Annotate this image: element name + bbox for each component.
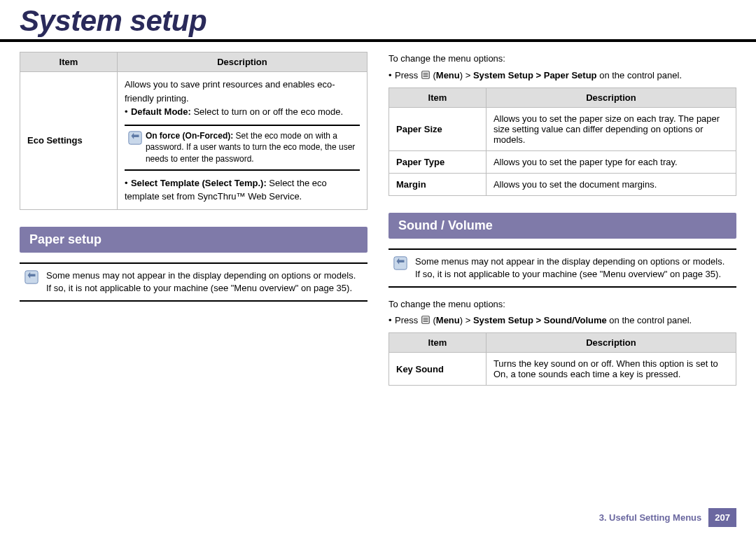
eco-bullet-1: • Default Mode: Select to turn on or off… [125,105,360,119]
table-row: Paper Size Allows you to set the paper s… [389,107,736,150]
title-underline [0,39,756,42]
sound-table: Item Description Key Sound Turns the key… [388,332,736,386]
svg-rect-9 [423,320,428,321]
eco-bullet-2: • Select Template (Select Temp.): Select… [125,176,360,204]
table-header-desc: Description [486,87,736,107]
svg-rect-3 [423,73,428,73]
table-row: Paper Type Allows you to set the paper t… [389,150,736,173]
paper-type-item: Paper Type [389,150,486,173]
footer: 3. Useful Setting Menus 207 [599,508,736,527]
sound-path-end: on the control panel. [607,315,692,325]
eco-inner-note: On force (On-Forced): Set the eco mode o… [125,125,360,171]
eco-bullet1-label: Default Mode: [131,106,191,117]
page-number: 207 [708,508,736,527]
eco-note-label: On force (On-Forced): [146,131,233,141]
table-header-item: Item [389,333,486,353]
paper-type-desc: Allows you to set the paper type for eac… [486,150,736,173]
eco-desc-cell: Allows you to save print resources and e… [117,72,367,210]
paper-path-line: • Press (Menu) > System Setup > Paper Se… [388,70,736,80]
key-sound-item: Key Sound [389,353,486,386]
table-row: Margin Allows you to set the document ma… [389,173,736,195]
section-sound-volume: Sound / Volume [388,213,736,239]
svg-rect-10 [423,321,428,322]
paper-path-menu: Menu [436,70,460,80]
sound-intro: To change the menu options: [388,297,736,311]
table-header-item: Item [20,52,118,72]
margin-item: Margin [389,173,486,195]
sound-note-text: Some menus may not appear in the display… [415,255,732,281]
note-icon [393,255,408,271]
table-row: Key Sound Turns the key sound on or off.… [389,353,736,386]
right-column: To change the menu options: • Press (Men… [388,52,736,386]
paper-path-end: on the control panel. [597,70,682,80]
sound-note-box: Some menus may not appear in the display… [388,248,736,288]
left-column: Item Description Eco Settings Allows you… [20,52,368,386]
section-paper-setup: Paper setup [20,227,368,253]
svg-rect-5 [423,76,428,76]
paper-setup-table: Item Description Paper Size Allows you t… [388,87,736,196]
eco-item-cell: Eco Settings [20,72,118,210]
table-header-desc: Description [117,52,367,72]
page-title: System setup [20,0,736,38]
eco-settings-table: Item Description Eco Settings Allows you… [20,52,368,210]
paper-path-prefix: Press [395,70,421,80]
sound-path-prefix: Press [395,315,421,325]
svg-rect-6 [394,256,407,269]
note-icon [127,130,140,143]
paper-size-item: Paper Size [389,107,486,150]
svg-rect-1 [25,271,38,283]
paper-intro: To change the menu options: [388,52,736,66]
svg-rect-4 [423,74,428,75]
key-sound-desc: Turns the key sound on or off. When this… [486,353,736,386]
paper-note-text: Some menus may not appear in the display… [46,269,363,295]
menu-icon [421,70,430,80]
paper-note-box: Some menus may not appear in the display… [20,262,368,302]
menu-icon [421,315,430,325]
sound-path-line: • Press (Menu) > System Setup > Sound/Vo… [388,315,736,325]
paper-size-desc: Allows you to set the paper size on each… [486,107,736,150]
table-header-desc: Description [486,333,736,353]
svg-rect-8 [423,318,428,318]
paper-path-bold: System Setup > Paper Setup [473,70,597,80]
svg-rect-0 [129,131,141,143]
sound-path-menu: Menu [436,315,460,325]
eco-desc-line1: Allows you to save print resources and e… [125,78,360,105]
sound-path-bold: System Setup > Sound/Volume [473,315,607,325]
paper-path-gt: > [463,70,473,80]
eco-bullet1-rest: Select to turn on or off the eco mode. [191,106,343,117]
margin-desc: Allows you to set the document margins. [486,173,736,195]
note-icon [24,269,39,285]
sound-path-gt: > [463,315,473,325]
eco-bullet2-label: Select Template (Select Temp.): [131,178,267,188]
table-header-item: Item [389,87,486,107]
footer-chapter: 3. Useful Setting Menus [599,512,702,523]
